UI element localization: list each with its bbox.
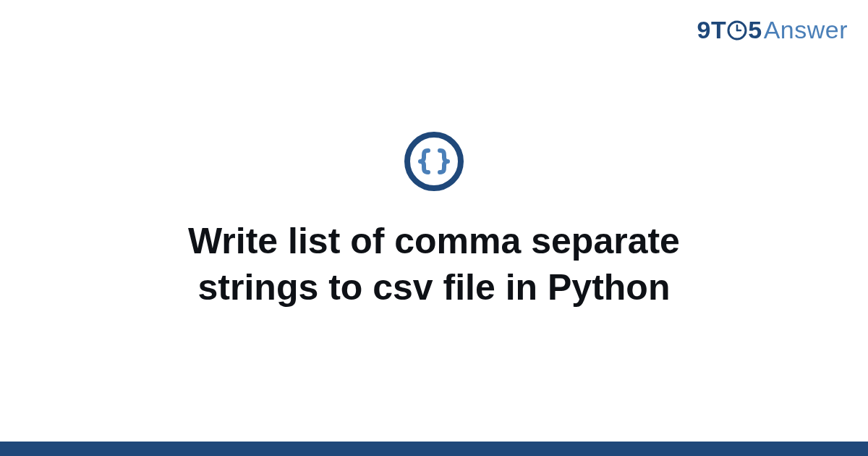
- page-title: Write list of comma separate strings to …: [109, 218, 760, 311]
- main-content: Write list of comma separate strings to …: [0, 0, 868, 442]
- bottom-accent-bar: [0, 442, 868, 456]
- code-braces-icon: [404, 131, 464, 192]
- svg-point-3: [407, 135, 461, 188]
